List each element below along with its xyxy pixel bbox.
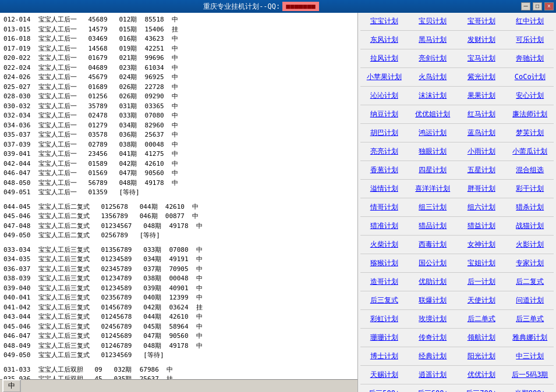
plan-item[interactable]: 火鸟计划 <box>409 71 457 83</box>
plan-item[interactable]: 紫光计划 <box>458 71 505 83</box>
plan-item[interactable]: 亮剑计划 <box>409 52 457 65</box>
plan-item[interactable]: 四星计划 <box>409 164 457 176</box>
plan-item[interactable]: 博士计划 <box>360 350 408 362</box>
plan-item[interactable]: 战猫计划 <box>507 220 554 232</box>
plan-item[interactable]: 后二复式 <box>507 276 554 288</box>
plan-item[interactable]: 发财计划 <box>458 34 505 46</box>
list-item: 020-022 宝宝人工后一 01679 021期 99696 中 <box>3 54 354 63</box>
plan-item[interactable]: 后一5码3期 <box>507 369 554 381</box>
data-list[interactable]: 012-014 宝宝人工后一 45689 012期 85518 中013-015… <box>0 13 357 392</box>
plan-grid: 宝宝计划宝贝计划宝哥计划红中计划东风计划黑马计划发财计划可乐计划拉风计划亮剑计划… <box>360 15 554 392</box>
plan-item[interactable]: 中三计划 <box>507 350 554 362</box>
plan-item[interactable]: 胡巴计划 <box>360 127 408 139</box>
plan-item[interactable]: 女神计划 <box>458 238 505 251</box>
list-item: 045-046 宝宝人工后三复式 02456789 045期 58964 中 <box>3 322 354 332</box>
close-button[interactable]: × <box>544 2 554 10</box>
plan-item[interactable]: 猕猴计划 <box>360 257 408 269</box>
plan-item[interactable]: 宝马计划 <box>458 52 505 65</box>
plan-item[interactable]: 宝姐计划 <box>458 257 505 269</box>
plan-item[interactable]: 领航计划 <box>458 332 505 344</box>
plan-item[interactable]: 逍遥计划 <box>409 369 457 381</box>
plan-item[interactable]: 东风计划 <box>360 34 408 46</box>
minimize-button[interactable]: ─ <box>521 2 530 10</box>
plan-item[interactable]: 拉风计划 <box>360 52 408 65</box>
plan-item[interactable]: 廉法师计划 <box>507 108 554 120</box>
plan-item[interactable]: 造哥计划 <box>360 276 408 288</box>
plan-item[interactable]: 阳光计划 <box>458 350 505 362</box>
plan-item[interactable]: 情哥计划 <box>360 201 408 213</box>
plan-item[interactable]: 组三计划 <box>409 201 457 213</box>
plan-divider <box>360 291 554 291</box>
plan-item[interactable]: 天使计划 <box>458 294 505 307</box>
plan-item[interactable]: 联爆计划 <box>409 294 457 307</box>
plan-item[interactable]: 彩虹计划 <box>360 313 408 325</box>
plan-item[interactable]: 纳豆计划 <box>360 108 408 120</box>
plan-item[interactable]: 火影计划 <box>507 238 554 251</box>
plan-item[interactable]: 胖哥计划 <box>458 183 505 195</box>
plan-item[interactable]: 宝贝计划 <box>409 15 457 27</box>
plan-item[interactable]: 彩干计划 <box>507 183 554 195</box>
plan-item[interactable]: 玫境计划 <box>409 313 457 325</box>
plan-item[interactable]: 猎品计划 <box>409 220 457 232</box>
plan-divider <box>360 67 554 68</box>
plan-item[interactable]: 天赐计划 <box>360 369 408 381</box>
plan-item[interactable]: 猎益计划 <box>458 220 505 232</box>
plan-item[interactable]: 小薷瓜计划 <box>507 145 554 158</box>
plan-item[interactable]: 猎准计划 <box>360 220 408 232</box>
plan-item[interactable]: 珊珊计划 <box>360 332 408 344</box>
plan-item[interactable]: 可乐计划 <box>507 34 554 46</box>
plan-item[interactable]: 雅典娜计划 <box>507 332 554 344</box>
plan-item[interactable]: 宝宝计划 <box>360 15 408 27</box>
plan-divider <box>360 216 554 217</box>
section-gap <box>3 198 354 202</box>
plan-item[interactable]: 后三700+ <box>458 387 505 392</box>
plan-item[interactable]: 果果计划 <box>458 90 505 102</box>
plan-item[interactable]: 后二单式 <box>458 313 505 325</box>
plan-item[interactable]: 后三复式 <box>360 294 408 307</box>
plan-item[interactable]: 鸿运计划 <box>409 127 457 139</box>
plan-item[interactable]: 经典计划 <box>409 350 457 362</box>
plan-item[interactable]: 优优计划 <box>458 369 505 381</box>
plan-item[interactable]: 火柴计划 <box>360 238 408 251</box>
plan-item[interactable]: 梦芙计划 <box>507 127 554 139</box>
plan-item[interactable]: 传奇计划 <box>409 332 457 344</box>
plan-item[interactable]: 红马计划 <box>458 108 505 120</box>
plan-item[interactable]: 后三单式 <box>507 313 554 325</box>
plan-item[interactable]: 沫沫计划 <box>409 90 457 102</box>
app-title: 重庆专业挂机计划--QQ: <box>203 2 280 12</box>
plan-item[interactable]: CoCo计划 <box>507 71 554 83</box>
plan-item[interactable]: 独眼计划 <box>409 145 457 158</box>
plan-item[interactable]: 红中计划 <box>507 15 554 27</box>
plan-item[interactable]: 奔驰计划 <box>507 52 554 65</box>
plan-item[interactable]: 猎杀计划 <box>507 201 554 213</box>
plan-item[interactable]: 国公计划 <box>409 257 457 269</box>
plan-item[interactable]: 后三600+ <box>409 387 457 392</box>
plan-item[interactable]: 黑马计划 <box>409 34 457 46</box>
plan-item[interactable]: 宝哥计划 <box>458 15 505 27</box>
status-button[interactable]: 中 <box>2 379 21 392</box>
plan-item[interactable]: 后一计划 <box>458 276 505 288</box>
plan-divider <box>360 347 554 347</box>
plan-item[interactable]: 喜洋洋计划 <box>409 183 457 195</box>
plan-item[interactable]: 香葱计划 <box>360 164 408 176</box>
plan-item[interactable]: 蓝鸟计划 <box>458 127 505 139</box>
plan-item[interactable]: 专家计划 <box>507 257 554 269</box>
plan-item[interactable]: 小苹果计划 <box>360 71 408 83</box>
list-item: 036-037 宝宝人工后三复式 02345789 037期 70905 中 <box>3 265 354 275</box>
plan-item[interactable]: 安心计划 <box>507 90 554 102</box>
plan-item[interactable]: 西毒计划 <box>409 238 457 251</box>
list-item: 035-037 宝宝人工后一 03578 036期 25637 中 <box>3 130 354 140</box>
plan-item[interactable]: 优助计划 <box>409 276 457 288</box>
plan-item[interactable]: 当期800+ <box>507 387 554 392</box>
plan-item[interactable]: 后三500+ <box>360 387 408 392</box>
plan-item[interactable]: 亮亮计划 <box>360 145 408 158</box>
plan-item[interactable]: 沁沁计划 <box>360 90 408 102</box>
plan-item[interactable]: 问道计划 <box>507 294 554 307</box>
plan-item[interactable]: 优优姐计划 <box>409 108 457 120</box>
plan-item[interactable]: 溢情计划 <box>360 183 408 195</box>
plan-item[interactable]: 小雨计划 <box>458 145 505 158</box>
plan-item[interactable]: 五星计划 <box>458 164 505 176</box>
maximize-button[interactable]: □ <box>533 2 542 10</box>
plan-item[interactable]: 混合组选 <box>507 164 554 176</box>
plan-item[interactable]: 组六计划 <box>458 201 505 213</box>
